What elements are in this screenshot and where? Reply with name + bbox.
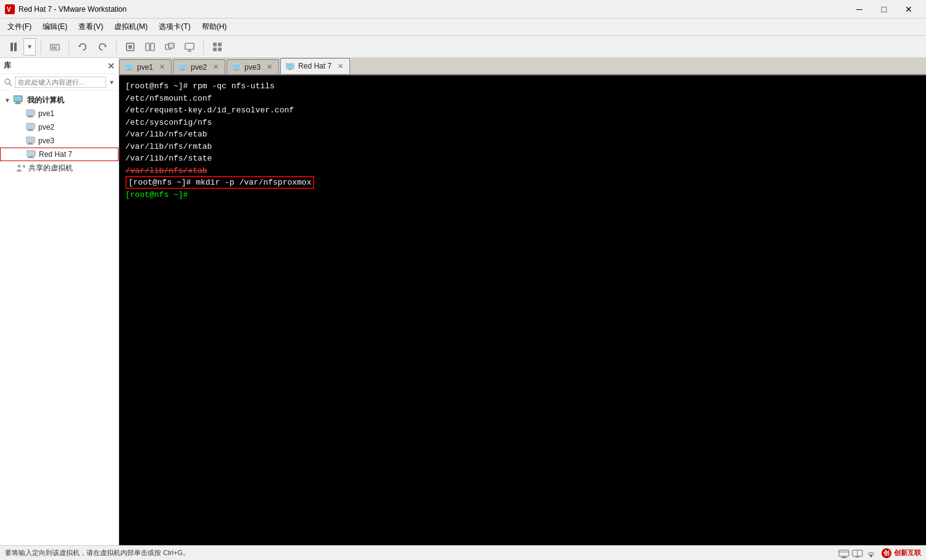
toolbar: ▼: [0, 36, 926, 58]
svg-rect-53: [233, 64, 240, 69]
sidebar-item-shared[interactable]: 共享的虚拟机: [0, 161, 119, 175]
svg-rect-20: [213, 48, 217, 51]
network-icon-1: [838, 548, 849, 558]
term-line-5: /var/lib/nfs/rmtab: [125, 141, 920, 153]
svg-rect-14: [169, 43, 174, 48]
sidebar-item-redhat7[interactable]: Red Hat 7: [0, 148, 119, 161]
send-keys-button[interactable]: [46, 38, 64, 56]
strikethrough-text: /var/lib/nfs/xtab: [125, 166, 207, 175]
brand-badge: 创 创新互联: [882, 548, 921, 558]
menu-view[interactable]: 查看(V): [73, 20, 108, 34]
tab-pve1[interactable]: pve1 ✕: [119, 59, 172, 74]
title-bar: V Red Hat 7 - VMware Workstation ─ □ ✕: [0, 0, 926, 19]
menu-vm[interactable]: 虚拟机(M): [109, 20, 152, 34]
shared-vms-label: 共享的虚拟机: [28, 163, 115, 173]
svg-rect-29: [27, 111, 34, 115]
svg-rect-54: [235, 69, 238, 70]
snap-button[interactable]: [161, 38, 178, 56]
svg-rect-15: [185, 43, 194, 49]
svg-rect-34: [28, 129, 32, 130]
terminal[interactable]: [root@nfs ~]# rpm -qc nfs-utils /etc/nfs…: [119, 75, 926, 545]
fullscreen-button[interactable]: [122, 38, 139, 56]
svg-marker-8: [104, 45, 107, 47]
svg-point-65: [870, 555, 872, 557]
svg-rect-12: [151, 43, 154, 51]
svg-rect-37: [27, 138, 34, 142]
content-area: pve1 ✕ pve2 ✕ pve3 ✕: [119, 58, 926, 545]
toolbar-divider-3: [116, 40, 117, 54]
network-icon-3: [866, 548, 877, 558]
svg-rect-35: [27, 130, 33, 132]
vm-icon-pve3: [26, 136, 36, 145]
pause-chevron-icon: ▼: [27, 43, 33, 50]
screen-button[interactable]: [181, 38, 198, 56]
menu-bar: 文件(F) 编辑(E) 查看(V) 虚拟机(M) 选项卡(T) 帮助(H): [0, 19, 926, 36]
maximize-button[interactable]: □: [872, 0, 896, 19]
svg-rect-61: [841, 558, 847, 558]
cmd-box-mkdir: [root@nfs ~]# mkdir -p /var/nfsproxmox: [125, 176, 314, 189]
tab-pve2[interactable]: pve2 ✕: [173, 59, 225, 74]
svg-rect-39: [27, 144, 33, 145]
tabs-bar: pve1 ✕ pve2 ✕ pve3 ✕: [119, 58, 926, 75]
menu-edit[interactable]: 编辑(E): [38, 20, 72, 34]
toolbar-pause-group: ▼: [5, 38, 36, 56]
sidebar-search-input[interactable]: [15, 77, 106, 88]
svg-rect-30: [28, 115, 32, 117]
svg-line-23: [9, 83, 12, 86]
svg-rect-25: [14, 96, 22, 101]
tab-vm-icon-pve1: [125, 64, 133, 70]
tab-vm-icon-redhat7: [286, 63, 294, 70]
vm-icon-pve2: [26, 123, 36, 132]
tab-vm-icon-pve3: [232, 64, 241, 70]
menu-options[interactable]: 选项卡(T): [154, 20, 195, 34]
title-bar-left: V Red Hat 7 - VMware Workstation: [5, 4, 127, 14]
vm-icon-redhat7: [27, 150, 36, 159]
tab-pve3[interactable]: pve3 ✕: [227, 59, 279, 74]
search-dropdown-icon[interactable]: ▼: [109, 79, 115, 86]
svg-rect-18: [213, 43, 217, 46]
svg-rect-48: [127, 69, 131, 70]
svg-rect-19: [218, 43, 222, 46]
tab-pve1-close[interactable]: ✕: [159, 63, 165, 71]
svg-rect-51: [181, 69, 185, 70]
minimize-button[interactable]: ─: [847, 0, 872, 19]
svg-rect-57: [288, 69, 292, 70]
undo-button[interactable]: [74, 38, 91, 56]
tab-pve2-close[interactable]: ✕: [213, 63, 219, 71]
pve2-label: pve2: [38, 123, 115, 132]
my-computer-group: ▼ 我的计算机: [0, 93, 119, 175]
sidebar-item-pve1[interactable]: pve1: [0, 107, 119, 120]
sidebar-close-button[interactable]: ✕: [107, 61, 115, 71]
term-line-6: /var/lib/nfs/state: [125, 153, 920, 165]
svg-marker-7: [78, 45, 81, 47]
brand-icon: 创: [882, 548, 891, 558]
menu-help[interactable]: 帮助(H): [197, 20, 232, 34]
tab-pve2-label: pve2: [191, 63, 207, 72]
term-line-2: /etc/request-key.d/id_resolver.conf: [125, 104, 920, 117]
tab-redhat7-close[interactable]: ✕: [338, 62, 343, 70]
my-computer-row[interactable]: ▼ 我的计算机: [0, 93, 119, 107]
sidebar-search: ▼: [0, 74, 119, 91]
tab-redhat7[interactable]: Red Hat 7 ✕: [280, 58, 350, 74]
pause-button[interactable]: [5, 38, 22, 56]
sidebar-item-pve3[interactable]: pve3: [0, 134, 119, 148]
svg-rect-3: [52, 46, 53, 47]
svg-rect-58: [839, 550, 849, 556]
redo-button[interactable]: [94, 38, 111, 56]
term-line-9: [root@nfs ~]#: [125, 189, 920, 201]
status-bar: 要将输入定向到该虚拟机，请在虚拟机内部单击或按 Ctrl+G。 创: [0, 545, 926, 560]
sidebar-item-pve2[interactable]: pve2: [0, 120, 119, 134]
pause-dropdown[interactable]: ▼: [23, 38, 36, 56]
tab-pve3-close[interactable]: ✕: [267, 63, 272, 71]
split-view-button[interactable]: [141, 38, 159, 56]
tab-pve1-label: pve1: [137, 63, 153, 72]
unity-button[interactable]: [209, 38, 226, 56]
svg-rect-6: [52, 48, 57, 49]
network-icons: [838, 548, 877, 558]
split-view-icon: [145, 42, 155, 52]
close-button[interactable]: ✕: [896, 0, 921, 19]
title-bar-controls: ─ □ ✕: [847, 0, 921, 19]
term-line-0: [root@nfs ~]# rpm -qc nfs-utils: [125, 80, 920, 93]
svg-rect-47: [125, 64, 133, 69]
menu-file[interactable]: 文件(F): [2, 20, 36, 34]
